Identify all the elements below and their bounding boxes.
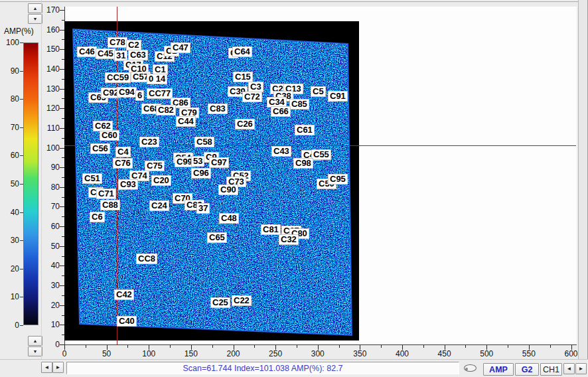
y-minor-tick: [62, 275, 64, 276]
scan-label-CC77[interactable]: CC77: [147, 88, 173, 99]
y-minor-tick: [62, 118, 64, 119]
channel-prev-button[interactable]: ◄: [563, 363, 575, 374]
colorbar-title: AMP(%): [4, 27, 41, 36]
channel-next-button[interactable]: ►: [575, 363, 587, 374]
scan-label-C94[interactable]: C94: [117, 87, 137, 98]
y-tick-label: 70: [38, 202, 60, 211]
scan-label-C55[interactable]: C55: [311, 149, 331, 160]
scan-label-C3[interactable]: C3: [248, 82, 263, 92]
y-tick-label: 90: [38, 163, 60, 172]
scan-label-CC8[interactable]: CC8: [136, 254, 157, 264]
scan-label-C62[interactable]: C62: [93, 121, 113, 131]
scan-label-C71[interactable]: C71: [96, 188, 116, 199]
scan-label-C25[interactable]: C25: [210, 297, 230, 308]
y-tick-label: 20: [38, 301, 60, 310]
scan-image[interactable]: [64, 21, 359, 340]
scan-label-C6[interactable]: C6: [90, 212, 105, 222]
scan-label-C2[interactable]: C2: [126, 40, 141, 50]
y-minor-tick: [62, 295, 64, 296]
y-tick: [60, 206, 64, 207]
scan-label-C40[interactable]: C40: [117, 316, 137, 327]
scan-label-C60[interactable]: C60: [100, 130, 119, 141]
y-minor-tick: [62, 79, 64, 80]
scan-label-C26[interactable]: C26: [235, 119, 255, 129]
scan-label-C98[interactable]: C98: [293, 158, 313, 169]
scan-label-53[interactable]: 53: [191, 156, 204, 167]
y-tick-label: 130: [38, 84, 60, 94]
up-arrow-icon: ▲: [33, 339, 38, 343]
down-arrow-icon: ▼: [33, 349, 38, 354]
scan-label-C72[interactable]: C72: [242, 92, 262, 102]
right-arrow-icon: ►: [579, 366, 584, 372]
scan-label-C51[interactable]: C51: [82, 173, 102, 184]
scan-label-C85[interactable]: C85: [289, 99, 309, 110]
scan-label-C42[interactable]: C42: [114, 289, 134, 300]
scan-label-C22[interactable]: C22: [232, 295, 252, 306]
left-arrow-icon: ◄: [567, 366, 572, 372]
scan-label-C95[interactable]: C95: [328, 174, 348, 185]
x-minor-tick: [381, 345, 382, 348]
scan-label-C15[interactable]: C15: [233, 72, 253, 82]
scan-label-C24[interactable]: C24: [149, 200, 169, 211]
scan-label-C4[interactable]: C4: [115, 147, 131, 157]
scan-label-0-14[interactable]: 0 14: [147, 74, 167, 84]
scan-label-C32[interactable]: C32: [279, 234, 299, 245]
scan-label-C5[interactable]: C5: [311, 86, 326, 97]
x-tick-label: 400: [388, 349, 417, 358]
scan-label-C64[interactable]: C64: [232, 46, 252, 57]
scan-label-37[interactable]: 37: [196, 203, 210, 214]
scan-label-C96[interactable]: C96: [191, 168, 211, 179]
scan-label-C46[interactable]: C46: [77, 46, 97, 57]
y-tick-label: 100: [38, 143, 60, 153]
left-arrow-icon: ◄: [44, 365, 50, 370]
scan-label-C93[interactable]: C93: [118, 179, 138, 190]
scan-label-C43[interactable]: C43: [271, 146, 291, 157]
vertical-scrollbar-track[interactable]: [578, 0, 588, 359]
scan-label-C20[interactable]: C20: [151, 175, 171, 186]
y-tick: [60, 344, 64, 345]
g2-button[interactable]: G2: [515, 363, 539, 376]
scan-label-C61[interactable]: C61: [295, 125, 315, 135]
scan-label-6[interactable]: 6: [135, 90, 144, 101]
scan-label-C23[interactable]: C23: [139, 137, 159, 147]
y-tick: [60, 246, 64, 247]
scroll-right-button[interactable]: ►: [52, 362, 64, 373]
y-minor-tick: [62, 197, 64, 198]
scan-label-C88[interactable]: C88: [100, 200, 120, 210]
scan-label-C48[interactable]: C48: [219, 213, 239, 224]
x-tick-label: 350: [345, 349, 374, 358]
x-tick-label: 450: [430, 349, 459, 358]
scan-label-C97[interactable]: C97: [209, 157, 229, 168]
scan-label-C58[interactable]: C58: [194, 137, 214, 147]
scan-label-C65[interactable]: C65: [207, 232, 227, 243]
amp-button[interactable]: AMP: [483, 363, 514, 376]
y-minor-tick: [62, 59, 64, 60]
scan-label-C90[interactable]: C90: [218, 185, 238, 195]
colorbar-scale-down-button[interactable]: ▼: [28, 14, 42, 24]
scan-label-C45[interactable]: C45: [96, 48, 115, 59]
scroll-left-button[interactable]: ◄: [41, 362, 52, 373]
scan-label-C76[interactable]: C76: [113, 158, 133, 169]
scan-label-C81[interactable]: C81: [261, 224, 281, 235]
colorbar-tick-mark: [20, 184, 23, 185]
scan-label-C44[interactable]: C44: [176, 116, 196, 127]
scan-label-C56[interactable]: C56: [90, 143, 110, 154]
scan-label-C63[interactable]: C63: [128, 50, 148, 60]
status-bar: ◄ ► Scan=61.744 Index=101.038 AMP(%): 82…: [0, 359, 588, 377]
scan-label-C91[interactable]: C91: [328, 91, 348, 102]
x-minor-tick: [550, 345, 551, 348]
scan-label-C66[interactable]: C66: [271, 106, 291, 117]
scan-label-C78[interactable]: C78: [108, 37, 127, 48]
scan-label-CC59[interactable]: CC59: [105, 72, 131, 83]
ch1-button[interactable]: CH1: [540, 363, 562, 376]
scan-label-C75[interactable]: C75: [145, 161, 165, 171]
colorbar-tick-mark: [20, 240, 23, 241]
y-tick-label: 110: [38, 123, 60, 133]
scan-label-C47[interactable]: C47: [171, 42, 190, 53]
y-minor-tick: [62, 157, 64, 158]
scan-label-C82[interactable]: C82: [156, 105, 176, 115]
x-minor-tick: [423, 345, 424, 348]
scan-label-C83[interactable]: C83: [208, 104, 228, 114]
x-tick-label: 50: [92, 349, 121, 358]
oval-indicator-icon[interactable]: [464, 364, 477, 372]
